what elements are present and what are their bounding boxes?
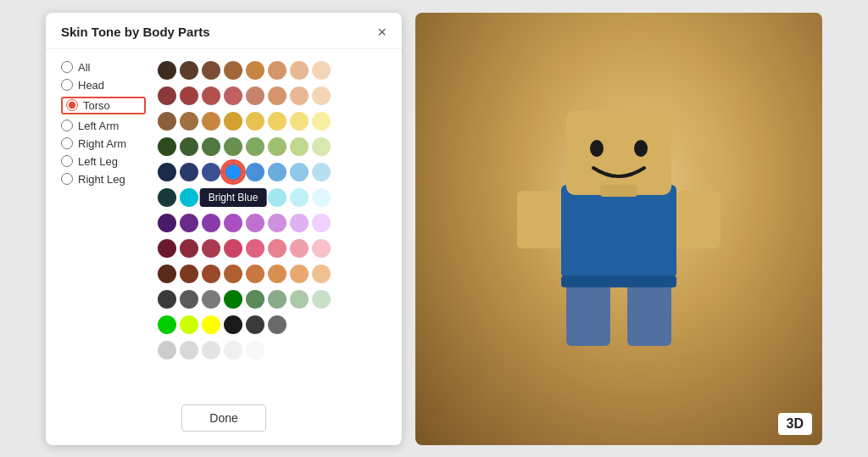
color-swatch-4-6[interactable] <box>290 163 309 181</box>
color-swatch-2-0[interactable] <box>158 112 176 131</box>
color-swatch-3-2[interactable] <box>202 137 220 156</box>
color-swatch-5-0[interactable] <box>158 188 176 207</box>
radio-head-input[interactable] <box>61 79 73 91</box>
color-swatch-2-6[interactable] <box>290 112 309 131</box>
color-swatch-3-4[interactable] <box>246 137 264 156</box>
color-swatch-9-0[interactable] <box>158 290 176 309</box>
color-swatch-9-7[interactable] <box>312 290 331 309</box>
color-swatch-4-1[interactable] <box>180 163 198 181</box>
color-swatch-1-3[interactable] <box>224 86 242 105</box>
color-swatch-4-0[interactable] <box>158 163 176 181</box>
color-swatch-1-4[interactable] <box>246 86 264 105</box>
color-swatch-11-1[interactable] <box>180 341 198 359</box>
color-swatch-5-6[interactable] <box>290 188 309 207</box>
color-swatch-11-5[interactable] <box>268 341 287 359</box>
color-swatch-10-0[interactable] <box>158 315 176 334</box>
color-swatch-9-1[interactable] <box>180 290 198 309</box>
color-swatch-3-7[interactable] <box>312 137 331 156</box>
color-swatch-6-6[interactable] <box>290 214 309 232</box>
radio-head[interactable]: Head <box>61 79 146 92</box>
color-swatch-1-1[interactable] <box>180 86 198 105</box>
color-swatch-0-2[interactable] <box>202 61 220 80</box>
color-swatch-1-2[interactable] <box>202 86 220 105</box>
color-swatch-8-0[interactable] <box>158 265 176 283</box>
color-swatch-3-6[interactable] <box>290 137 309 156</box>
color-swatch-6-0[interactable] <box>158 214 176 232</box>
color-swatch-11-4[interactable] <box>246 341 264 359</box>
color-swatch-8-4[interactable] <box>246 265 264 283</box>
color-swatch-1-0[interactable] <box>158 86 176 105</box>
radio-right-arm-input[interactable] <box>61 137 73 149</box>
color-swatch-5-7[interactable] <box>312 188 331 207</box>
radio-right-arm[interactable]: Right Arm <box>61 137 146 150</box>
done-button[interactable]: Done <box>181 404 265 432</box>
color-swatch-2-7[interactable] <box>312 112 331 131</box>
color-swatch-4-5[interactable] <box>268 163 287 181</box>
color-swatch-6-3[interactable] <box>224 214 242 232</box>
color-swatch-3-1[interactable] <box>180 137 198 156</box>
color-swatch-10-2[interactable] <box>202 315 220 334</box>
radio-all-input[interactable] <box>61 61 73 73</box>
color-swatch-0-3[interactable] <box>224 61 242 80</box>
color-swatch-0-5[interactable] <box>268 61 287 80</box>
color-swatch-9-4[interactable] <box>246 290 264 309</box>
radio-right-leg-input[interactable] <box>61 173 73 185</box>
color-swatch-2-4[interactable] <box>246 112 264 131</box>
color-swatch-8-3[interactable] <box>224 265 242 283</box>
color-swatch-7-5[interactable] <box>268 239 287 258</box>
color-swatch-2-3[interactable] <box>224 112 242 131</box>
color-swatch-9-3[interactable] <box>224 290 242 309</box>
color-swatch-9-5[interactable] <box>268 290 287 309</box>
color-swatch-10-3[interactable] <box>224 315 242 334</box>
color-swatch-6-7[interactable] <box>312 214 331 232</box>
radio-left-arm[interactable]: Left Arm <box>61 120 146 132</box>
color-swatch-4-4[interactable] <box>246 163 264 181</box>
color-swatch-1-5[interactable] <box>268 86 287 105</box>
color-swatch-9-6[interactable] <box>290 290 309 309</box>
color-swatch-0-4[interactable] <box>246 61 264 80</box>
color-swatch-4-7[interactable] <box>312 163 331 181</box>
color-swatch-7-4[interactable] <box>246 239 264 258</box>
color-swatch-5-3[interactable] <box>224 188 242 207</box>
color-swatch-6-4[interactable] <box>246 214 264 232</box>
color-swatch-3-3[interactable] <box>224 137 242 156</box>
color-swatch-4-3[interactable] <box>224 163 242 181</box>
color-swatch-6-2[interactable] <box>202 214 220 232</box>
color-swatch-11-2[interactable] <box>202 341 220 359</box>
color-swatch-3-0[interactable] <box>158 137 176 156</box>
color-swatch-7-6[interactable] <box>290 239 309 258</box>
color-swatch-7-7[interactable] <box>312 239 331 258</box>
color-swatch-2-1[interactable] <box>180 112 198 131</box>
color-swatch-7-1[interactable] <box>180 239 198 258</box>
color-swatch-11-0[interactable] <box>158 341 176 359</box>
color-swatch-3-5[interactable] <box>268 137 287 156</box>
color-swatch-4-2[interactable] <box>202 163 220 181</box>
color-swatch-8-2[interactable] <box>202 265 220 283</box>
color-swatch-5-5[interactable] <box>268 188 287 207</box>
color-swatch-5-1[interactable] <box>180 188 198 207</box>
radio-left-leg[interactable]: Left Leg <box>61 155 146 168</box>
color-swatch-1-6[interactable] <box>290 86 309 105</box>
radio-left-leg-input[interactable] <box>61 155 73 167</box>
color-swatch-10-5[interactable] <box>268 315 287 334</box>
radio-torso-input[interactable] <box>66 99 78 111</box>
color-swatch-7-2[interactable] <box>202 239 220 258</box>
color-swatch-6-5[interactable] <box>268 214 287 232</box>
color-swatch-10-4[interactable] <box>246 315 264 334</box>
color-swatch-8-5[interactable] <box>268 265 287 283</box>
color-swatch-5-4[interactable] <box>246 188 264 207</box>
color-swatch-5-2[interactable] <box>202 188 220 207</box>
color-swatch-11-3[interactable] <box>224 341 242 359</box>
radio-right-leg[interactable]: Right Leg <box>61 173 146 186</box>
color-swatch-1-7[interactable] <box>312 86 331 105</box>
color-swatch-0-7[interactable] <box>312 61 331 80</box>
color-swatch-8-1[interactable] <box>180 265 198 283</box>
color-swatch-0-6[interactable] <box>290 61 309 80</box>
color-swatch-9-2[interactable] <box>202 290 220 309</box>
color-swatch-7-0[interactable] <box>158 239 176 258</box>
close-button[interactable]: × <box>377 25 387 40</box>
color-swatch-6-1[interactable] <box>180 214 198 232</box>
color-swatch-7-3[interactable] <box>224 239 242 258</box>
color-swatch-0-0[interactable] <box>158 61 176 80</box>
color-swatch-8-7[interactable] <box>312 265 331 283</box>
